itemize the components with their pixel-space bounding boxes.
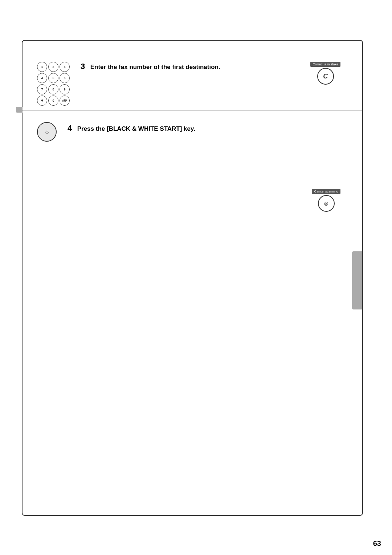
page-number: 63 [373,539,381,548]
key-9[interactable]: 9 [60,84,70,94]
key-6[interactable]: 6 [60,73,70,83]
key-3[interactable]: 3 [60,62,70,72]
step3-number: 3 [81,62,85,71]
cancel-scanning-label: Cancel scanning [312,189,340,194]
step4-section: ◇ 4 Press the [BLACK & WHITE START] key.… [23,113,362,171]
key-1[interactable]: 1 [37,62,47,72]
step3-section: 1 2 3 4 5 6 7 8 9 ✱ 0 #/P 3 Enter the fa… [23,52,362,110]
key-4[interactable]: 4 [37,73,47,83]
step4-text: 4 Press the [BLACK & WHITE START] key. [68,121,348,133]
start-icon: ◇ [45,129,49,135]
main-content-box: 1 2 3 4 5 6 7 8 9 ✱ 0 #/P 3 Enter the fa… [22,40,363,516]
key-5[interactable]: 5 [48,73,58,83]
key-8[interactable]: 8 [48,84,58,94]
key-0[interactable]: 0 [48,96,58,106]
section-divider [22,110,363,110]
step4-number: 4 [68,123,72,133]
step4-instruction: Press the [BLACK & WHITE START] key. [77,125,195,132]
right-side-tab [352,251,362,309]
keypad: 1 2 3 4 5 6 7 8 9 ✱ 0 #/P [37,62,70,106]
correct-mistake-button[interactable]: C [317,68,334,85]
step3-instruction: Enter the fax number of the first destin… [90,64,220,70]
page-container: 1 2 3 4 5 6 7 8 9 ✱ 0 #/P 3 Enter the fa… [0,0,392,555]
step3-text: 3 Enter the fax number of the first dest… [81,59,348,71]
correct-mistake-label: Correct a mistake [310,62,340,67]
key-2[interactable]: 2 [48,62,58,72]
cancel-scanning-button[interactable]: ⊗ [318,195,335,212]
key-hash[interactable]: #/P [60,96,70,106]
key-7[interactable]: 7 [37,84,47,94]
cancel-scanning-box: Cancel scanning ⊗ [312,189,340,212]
stop-icon: ⊗ [324,200,328,207]
correct-mistake-box: Correct a mistake C [310,62,340,85]
key-star[interactable]: ✱ [37,96,47,106]
black-white-start-button[interactable]: ◇ [37,122,57,142]
